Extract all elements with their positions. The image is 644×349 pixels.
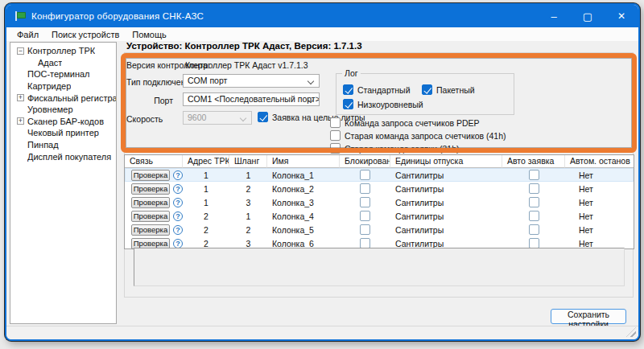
- cell-auto-stop: Нет: [565, 182, 634, 195]
- cell-hose: 3: [229, 195, 267, 209]
- cell-units: Сантилитры: [390, 168, 502, 182]
- sidebar-item-cardreader[interactable]: Картридер: [10, 80, 116, 92]
- cell-name: Колонка_3: [267, 195, 340, 209]
- help-icon[interactable]: ?: [173, 239, 183, 248]
- auto-request-checkbox[interactable]: [529, 183, 539, 194]
- pdep-command-checkbox[interactable]: [330, 117, 341, 128]
- minimize-button[interactable]: –: [537, 5, 571, 27]
- menu-file[interactable]: Файл: [11, 29, 44, 40]
- port-select[interactable]: COM1 <Последовательный порт>: [183, 92, 320, 106]
- check-connection-button[interactable]: Проверка: [131, 224, 170, 236]
- check-connection-button[interactable]: Проверка: [131, 197, 170, 208]
- blocked-checkbox[interactable]: [360, 211, 370, 221]
- cell-name: Колонка_4: [267, 209, 340, 223]
- table-row[interactable]: Проверка? 2 2 Колонка_5 Сантилитры Нет: [125, 223, 634, 236]
- controller-version-value: Контроллер ТРК Адаст v1.7.1.3: [185, 60, 308, 70]
- col-header-auto-stop[interactable]: Автом. останов: [565, 155, 634, 168]
- help-icon[interactable]: ?: [173, 225, 183, 235]
- table-header-row: Связь Адрес ТРК Шланг Имя Блокирована Ед…: [125, 155, 634, 168]
- connection-type-select[interactable]: COM порт: [183, 74, 320, 88]
- cell-address: 1: [183, 195, 229, 209]
- log-standard-checkbox[interactable]: [343, 84, 353, 95]
- menu-search-devices[interactable]: Поиск устройств: [46, 29, 125, 40]
- table-row[interactable]: Проверка? 1 2 Колонка_2 Сантилитры Нет: [125, 182, 634, 195]
- cell-auto-stop: Нет: [565, 209, 634, 223]
- status-bar: [6, 326, 638, 339]
- table-row[interactable]: Проверка? 2 1 Колонка_4 Сантилитры Нет: [125, 209, 634, 223]
- help-icon[interactable]: ?: [173, 170, 183, 180]
- speed-label: Скорость: [126, 114, 163, 124]
- old-counters-command-row[interactable]: Старая команда запроса счетчиков (41h): [330, 130, 506, 141]
- old-request-command-row[interactable]: Старая команда заявки (31h): [330, 143, 460, 154]
- cell-hose: 1: [229, 168, 267, 182]
- sidebar-item-fiscal-registrar[interactable]: + Фискальный регистратор: [10, 92, 116, 104]
- pdep-command-row[interactable]: Команда запроса счетчиков PDEP: [330, 117, 480, 128]
- col-header-connection[interactable]: Связь: [125, 155, 183, 168]
- chevron-down-icon: [240, 115, 246, 121]
- expand-icon[interactable]: +: [17, 117, 24, 125]
- table-row[interactable]: Проверка? 1 1 Колонка_1 Сантилитры Нет: [125, 168, 634, 182]
- cell-hose: 1: [229, 209, 267, 223]
- col-header-blocked[interactable]: Блокирована: [340, 155, 390, 168]
- maximize-button[interactable]: ▢: [571, 5, 605, 27]
- auto-request-checkbox[interactable]: [529, 224, 539, 235]
- help-icon[interactable]: ?: [173, 198, 183, 207]
- sidebar-item-pinpad[interactable]: Пинпад: [10, 139, 116, 151]
- cell-auto-stop: Нет: [565, 195, 634, 209]
- chevron-down-icon: [308, 78, 314, 84]
- col-header-name[interactable]: Имя: [267, 155, 340, 168]
- auto-request-checkbox[interactable]: [529, 211, 539, 221]
- col-header-units[interactable]: Единицы отпуска: [390, 155, 502, 168]
- col-header-hose[interactable]: Шланг: [229, 155, 267, 168]
- sidebar-item-pos-terminal[interactable]: ПОС-терминал: [10, 68, 116, 80]
- close-button[interactable]: ✕: [605, 5, 638, 27]
- collapse-icon[interactable]: −: [17, 47, 24, 55]
- menu-help[interactable]: Помощь: [126, 29, 172, 40]
- help-icon[interactable]: ?: [173, 184, 183, 194]
- old-request-command-checkbox[interactable]: [330, 143, 341, 154]
- expand-icon[interactable]: +: [17, 94, 24, 101]
- blocked-checkbox[interactable]: [360, 197, 370, 207]
- page-title: Устройство: Контроллер ТРК Адаст, Версия…: [126, 41, 362, 51]
- log-group-title: Лог: [342, 68, 361, 78]
- check-connection-button[interactable]: Проверка: [131, 170, 170, 181]
- log-packet-checkbox[interactable]: [422, 84, 432, 95]
- device-settings-panel: Устройство: Контроллер ТРК Адаст, Версия…: [123, 40, 636, 326]
- sidebar-item-controller-trk[interactable]: − Контроллер ТРК: [10, 45, 116, 57]
- log-standard-row[interactable]: Стандартный: [343, 84, 411, 95]
- port-label: Порт: [123, 96, 173, 105]
- sidebar-item-customer-display[interactable]: Дисплей покупателя: [10, 150, 116, 162]
- cell-name: Колонка_2: [267, 182, 340, 195]
- sidebar-item-barcode-scanner[interactable]: + Сканер БАР-кодов: [10, 116, 116, 128]
- col-header-address[interactable]: Адрес ТРК: [183, 155, 229, 168]
- empty-detail-panel: [134, 248, 625, 286]
- check-connection-button[interactable]: Проверка: [131, 211, 170, 222]
- old-counters-command-checkbox[interactable]: [330, 130, 341, 141]
- table-row[interactable]: Проверка? 1 3 Колонка_3 Сантилитры Нет: [125, 195, 634, 209]
- cell-hose: 2: [229, 223, 267, 236]
- cell-hose: 2: [229, 182, 267, 195]
- log-packet-row[interactable]: Пакетный: [422, 84, 475, 95]
- blocked-checkbox[interactable]: [360, 224, 370, 235]
- whole-liters-checkbox[interactable]: [258, 112, 268, 122]
- log-lowlevel-row[interactable]: Низкоуровневый: [343, 99, 423, 109]
- auto-request-checkbox[interactable]: [529, 170, 539, 180]
- app-window: Конфигуратор оборудования СНК-АЗС – ▢ ✕ …: [5, 3, 640, 341]
- cell-name: Колонка_5: [267, 223, 340, 236]
- device-tree: − Контроллер ТРК Адаст ПОС-терминал Карт…: [10, 42, 117, 324]
- check-connection-button[interactable]: Проверка: [131, 183, 170, 195]
- sidebar-item-level-gauge[interactable]: Уровнемер: [10, 104, 116, 116]
- blocked-checkbox[interactable]: [360, 170, 370, 180]
- log-lowlevel-checkbox[interactable]: [343, 99, 353, 109]
- resize-grip[interactable]: [626, 327, 636, 337]
- save-settings-button[interactable]: Сохранить настройки: [551, 309, 626, 324]
- blocked-checkbox[interactable]: [360, 183, 370, 194]
- auto-request-checkbox[interactable]: [529, 197, 539, 207]
- sidebar-item-adast[interactable]: Адаст: [10, 57, 116, 69]
- help-icon[interactable]: ?: [173, 211, 183, 221]
- speed-select: 9600: [183, 111, 252, 125]
- log-groupbox: Лог Стандартный Пакетный Низкоуровневый: [336, 73, 514, 115]
- sidebar-item-receipt-printer[interactable]: Чековый принтер: [10, 127, 116, 139]
- cell-address: 1: [183, 182, 229, 195]
- col-header-auto-request[interactable]: Авто заявка: [502, 155, 565, 168]
